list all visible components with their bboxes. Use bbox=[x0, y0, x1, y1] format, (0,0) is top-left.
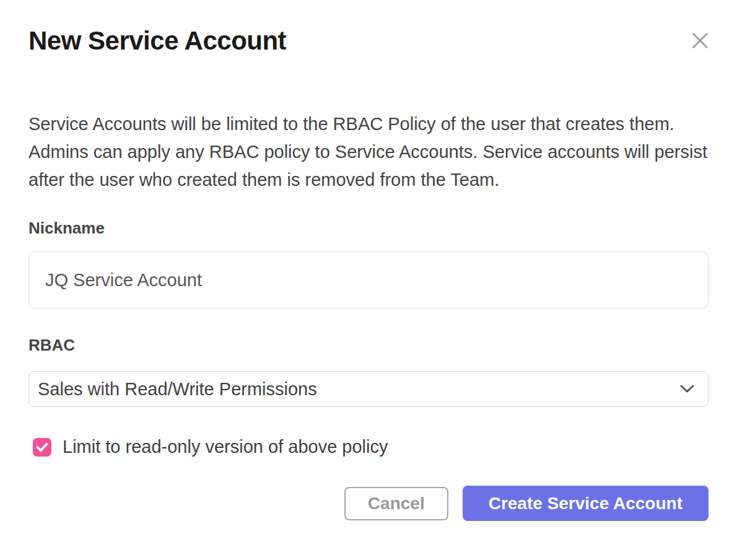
nickname-input[interactable] bbox=[28, 252, 709, 308]
chevron-down-icon bbox=[680, 385, 694, 393]
cancel-button[interactable]: Cancel bbox=[344, 487, 448, 520]
modal-title: New Service Account bbox=[28, 25, 286, 57]
close-button[interactable] bbox=[687, 27, 713, 54]
close-icon bbox=[692, 42, 709, 51]
readonly-checkbox[interactable] bbox=[33, 438, 51, 457]
nickname-label: Nickname bbox=[28, 219, 709, 238]
rbac-selected-value: Sales with Read/Write Permissions bbox=[38, 379, 317, 400]
modal-header: New Service Account bbox=[28, 25, 709, 57]
rbac-select[interactable]: Sales with Read/Write Permissions bbox=[28, 371, 709, 407]
new-service-account-modal: New Service Account Service Accounts wil… bbox=[0, 0, 737, 560]
readonly-checkbox-row[interactable]: Limit to read-only version of above poli… bbox=[33, 437, 709, 457]
readonly-checkbox-label: Limit to read-only version of above poli… bbox=[63, 437, 388, 457]
create-service-account-button[interactable]: Create Service Account bbox=[463, 486, 709, 521]
modal-footer: Cancel Create Service Account bbox=[28, 486, 709, 521]
rbac-label: RBAC bbox=[28, 336, 709, 355]
modal-description: Service Accounts will be limited to the … bbox=[28, 110, 709, 194]
checkmark-icon bbox=[36, 442, 48, 452]
